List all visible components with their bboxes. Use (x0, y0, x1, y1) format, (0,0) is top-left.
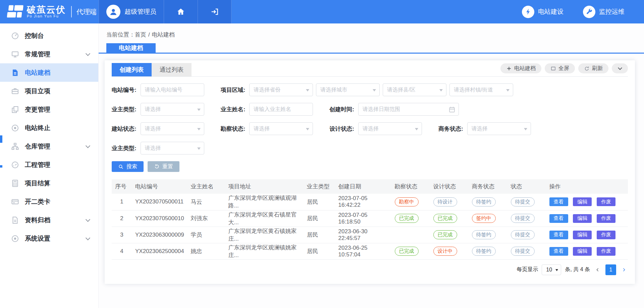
sidebar-item-label: 项目立项 (25, 87, 50, 96)
cell-address: 广东深圳龙华区观澜镇姚家庄... (225, 243, 304, 259)
home-button[interactable] (164, 0, 198, 23)
target-icon (11, 124, 19, 132)
date-range-picker[interactable]: 请选择日期范围 (358, 103, 459, 116)
cell-seq: 3 (112, 227, 132, 243)
design-status-badge: 设计中 (433, 247, 457, 256)
station-build-link[interactable]: 电站建设 (522, 6, 564, 18)
page-tab-station-archive[interactable]: 电站建档 (106, 43, 156, 53)
design-status-badge: 待设计 (433, 197, 457, 206)
void-button[interactable]: 作废 (597, 247, 615, 256)
county-select[interactable]: 请选择县/区 (383, 83, 446, 96)
edit-button[interactable]: 编辑 (573, 214, 592, 223)
edit-button[interactable]: 编辑 (573, 247, 592, 256)
briefcase-icon (11, 87, 19, 95)
view-button[interactable]: 查看 (549, 247, 568, 256)
cell-address: 广东深圳龙华区黄石镇星官大... (225, 210, 304, 227)
monitor-ops-link[interactable]: 监控运维 (583, 6, 625, 18)
sidebar-scrollbar-thumb[interactable] (0, 135, 2, 143)
cell-address: 广东深圳龙华区黄石镇姚家庄... (225, 227, 304, 243)
brand-text: 破茧云伏 Po Jian Yun Fu (27, 5, 66, 18)
sidebar-item-project-settlement[interactable]: 项目结算 (0, 174, 98, 192)
sidebar-item-label: 电站建档 (25, 68, 50, 77)
survey-status-select-value: 请选择 (254, 125, 270, 132)
per-page-label: 每页显示 (517, 266, 538, 273)
owner-type-select[interactable]: 请选择 (141, 103, 204, 116)
edit-button[interactable]: 编辑 (573, 197, 592, 206)
col-seq: 序号 (112, 179, 132, 194)
cell-code: YX2023070500010 (132, 210, 187, 227)
view-button[interactable]: 查看 (549, 231, 568, 239)
prev-page-button[interactable] (594, 267, 602, 272)
province-select[interactable]: 请选择省份 (249, 83, 313, 96)
sidebar-item-station-archive[interactable]: 电站建档 (0, 63, 98, 82)
user-menu[interactable]: 超级管理员 (99, 0, 164, 23)
edit-button[interactable]: 编辑 (573, 231, 592, 239)
breadcrumb-home-link[interactable]: 首页 (135, 32, 146, 38)
sidebar-item-project-initiation[interactable]: 项目立项 (0, 82, 98, 100)
view-button[interactable]: 查看 (549, 197, 568, 206)
create-time-label: 创建时间: (329, 106, 354, 113)
chevron-down-icon (86, 51, 90, 56)
business-status-badge: 待签约 (472, 197, 496, 206)
city-select[interactable]: 请选择城市 (316, 83, 380, 96)
view-button[interactable]: 查看 (549, 214, 568, 223)
cell-seq: 4 (112, 243, 132, 259)
void-button[interactable]: 作废 (597, 231, 615, 239)
station-code-input[interactable] (141, 83, 204, 96)
refresh-icon (584, 66, 590, 71)
filter-station-code: 电站编号: (112, 83, 204, 96)
caret-down-icon (306, 128, 309, 132)
cell-actions: 查看 编辑 作废 (546, 210, 628, 227)
next-page-button[interactable] (620, 267, 628, 272)
refresh-button[interactable]: 刷新 (578, 63, 608, 73)
sidebar-item-console[interactable]: 控制台 (0, 26, 98, 45)
owner-name-input[interactable] (249, 103, 313, 116)
breadcrumb: 当前位置：首页/电站建档 (99, 23, 644, 39)
chevron-down-icon (618, 66, 622, 70)
search-button[interactable]: 搜索 (112, 161, 144, 172)
sidebar-item-engineering-mgmt[interactable]: 工程管理 (0, 156, 98, 174)
sidebar-item-change-mgmt[interactable]: 变更管理 (0, 100, 98, 119)
sidebar-item-warehouse-mgmt[interactable]: 仓库管理 (0, 137, 98, 156)
city-select-value: 请选择城市 (320, 86, 347, 94)
sidebar-item-label: 电站终止 (25, 124, 50, 132)
filter-owner-name: 业主姓名: (221, 103, 313, 116)
pagination: 每页显示 10 条, 共 4 条 1 (112, 264, 628, 275)
tab-create-list[interactable]: 创建列表 (112, 63, 152, 76)
tab-passed-list[interactable]: 通过列表 (152, 63, 192, 76)
sidebar: 控制台 常规管理 电站建档 项目立项 变更管理 电站终止 (0, 23, 99, 308)
void-button[interactable]: 作废 (597, 214, 615, 223)
sidebar-item-general-mgmt[interactable]: 常规管理 (0, 45, 98, 63)
build-status-select[interactable]: 请选择 (141, 122, 204, 135)
table-row: 3 YX2023063000009 学员 广东深圳龙华区黄石镇姚家庄... 居民… (112, 227, 628, 243)
void-button[interactable]: 作废 (597, 197, 615, 206)
owner-type-2-select[interactable]: 请选择 (141, 142, 204, 155)
collapse-toolbar-button[interactable] (612, 63, 628, 73)
fullscreen-button[interactable]: 全屏 (545, 63, 575, 73)
calculator-icon (11, 179, 19, 187)
caret-down-icon (197, 109, 201, 113)
fullscreen-icon (550, 66, 556, 71)
cell-type: 居民 (304, 243, 335, 259)
cell-created: 2023-06-25 10:57:04 (335, 243, 391, 259)
add-station-label: 电站建档 (514, 65, 536, 72)
col-business: 商务状态 (469, 179, 507, 194)
business-status-select[interactable]: 请选择 (467, 122, 531, 135)
logout-button[interactable] (198, 0, 231, 23)
add-station-button[interactable]: 电站建档 (500, 63, 541, 73)
sidebar-item-class2-card[interactable]: 开二类卡 (0, 192, 98, 211)
sidebar-item-data-archive[interactable]: 资料归档 (0, 211, 98, 229)
survey-status-select[interactable]: 请选择 (249, 122, 313, 135)
cell-owner: 姚忠 (187, 243, 225, 259)
sidebar-item-station-terminate[interactable]: 电站终止 (0, 119, 98, 137)
per-page-select[interactable]: 10 (542, 264, 561, 275)
current-page[interactable]: 1 (605, 264, 616, 275)
reset-button[interactable]: 重置 (148, 161, 179, 172)
design-status-badge: 已完成 (433, 214, 457, 223)
sidebar-item-system-settings[interactable]: 系统设置 (0, 229, 98, 248)
design-status-select[interactable]: 请选择 (358, 122, 422, 135)
per-page-value: 10 (546, 267, 552, 273)
town-select[interactable]: 请选择村镇/街道 (449, 83, 513, 96)
caret-down-icon (506, 89, 509, 93)
cell-owner: 刘强东 (187, 210, 225, 227)
